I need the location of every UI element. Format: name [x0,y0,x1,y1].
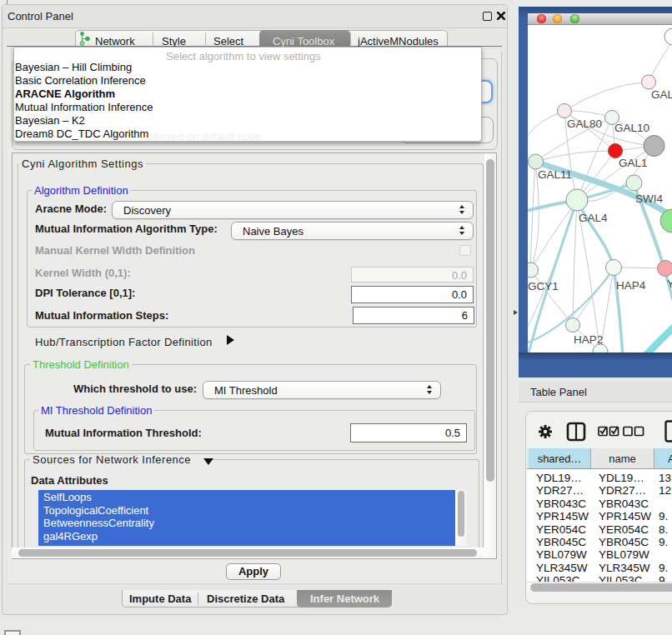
svg-text:GAL1: GAL1 [619,157,648,169]
svg-text:GAL4: GAL4 [579,212,608,224]
svg-text:Y: Y [667,278,672,290]
svg-text:GAL: GAL [651,88,672,101]
svg-text:GAL80: GAL80 [567,118,602,130]
svg-text:HAP4: HAP4 [616,279,646,292]
svg-text:GAL10: GAL10 [614,122,649,134]
svg-text:HAP2: HAP2 [574,333,603,346]
svg-text:GAL11: GAL11 [538,168,572,181]
svg-text:GCY1: GCY1 [528,280,559,292]
svg-text:SWI4: SWI4 [635,192,663,205]
